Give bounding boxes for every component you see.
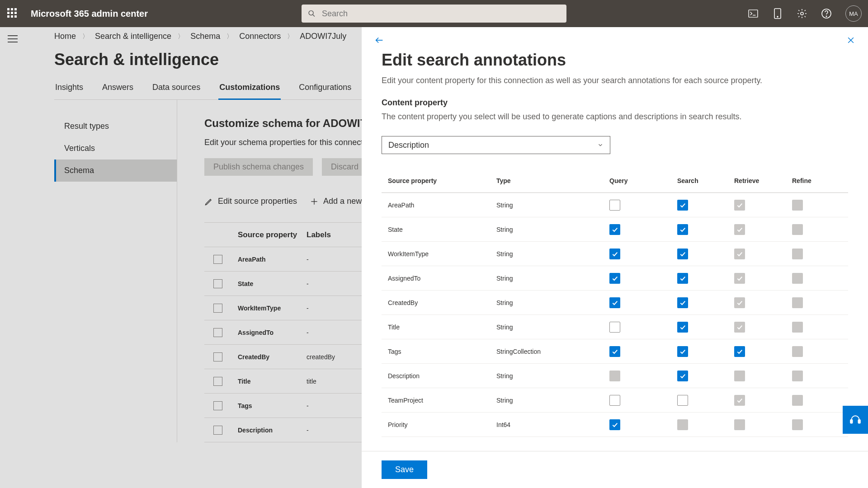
checkbox-query[interactable] [609, 419, 620, 430]
breadcrumb-item[interactable]: Home [54, 32, 76, 41]
checkbox-search[interactable] [677, 273, 688, 284]
save-button[interactable]: Save [382, 460, 427, 479]
add-new-link[interactable]: Add a new [310, 197, 362, 206]
row-checkbox[interactable] [213, 328, 222, 337]
edit-annotations-panel: Edit search annotations Edit your conten… [362, 27, 868, 488]
cell-source-property: WorkItemType [238, 305, 307, 312]
checkbox-search[interactable] [677, 297, 688, 308]
checkbox-search[interactable] [677, 395, 688, 406]
content-property-dropdown[interactable]: Description [382, 136, 610, 154]
row-checkbox[interactable] [213, 255, 222, 264]
checkbox-query[interactable] [609, 322, 620, 333]
checkbox-retrieve[interactable] [734, 346, 745, 357]
chevron-right-icon: 〉 [82, 33, 89, 41]
side-item-schema[interactable]: Schema [54, 160, 177, 182]
chevron-down-icon [597, 142, 604, 148]
breadcrumb-item[interactable]: Search & intelligence [95, 32, 171, 41]
checkbox-refine [792, 419, 803, 430]
table-row: PriorityInt64 [382, 413, 848, 437]
svg-rect-2 [749, 10, 758, 17]
close-icon[interactable] [846, 36, 855, 45]
checkbox-search[interactable] [677, 200, 688, 211]
chevron-right-icon: 〉 [287, 33, 293, 41]
checkbox-refine [792, 224, 803, 235]
row-checkbox[interactable] [213, 377, 222, 386]
breadcrumb-item: ADOWI7July [300, 32, 346, 41]
checkbox-retrieve [734, 200, 745, 211]
svg-point-5 [777, 16, 778, 17]
back-arrow-icon[interactable] [374, 35, 384, 45]
svg-point-6 [801, 12, 803, 15]
nav-toggle-icon[interactable] [8, 35, 18, 42]
cell-source-property: AreaPath [238, 256, 307, 263]
side-item-result-types[interactable]: Result types [54, 115, 177, 137]
discard-button[interactable]: Discard [322, 158, 368, 176]
checkbox-query[interactable] [609, 224, 620, 235]
cell-type: String [496, 275, 609, 282]
cell-source-property: AssignedTo [238, 329, 307, 336]
table-row: TitleString [382, 315, 848, 339]
tab-data-sources[interactable]: Data sources [151, 77, 201, 99]
checkbox-query[interactable] [609, 249, 620, 259]
row-checkbox[interactable] [213, 279, 222, 288]
cell-source: WorkItemType [382, 250, 496, 258]
tab-configurations[interactable]: Configurations [298, 77, 352, 99]
row-checkbox[interactable] [213, 426, 222, 435]
checkbox-search[interactable] [677, 224, 688, 235]
table-row: StateString [382, 217, 848, 242]
table-row: CreatedByString [382, 291, 848, 315]
tab-answers[interactable]: Answers [101, 77, 134, 99]
cell-source: Tags [382, 348, 496, 355]
user-avatar[interactable]: MA [845, 5, 862, 22]
breadcrumb-item[interactable]: Connectors [239, 32, 281, 41]
column-header: Type [496, 177, 609, 184]
mobile-icon[interactable] [772, 8, 783, 19]
checkbox-query[interactable] [609, 395, 620, 406]
checkbox-search[interactable] [677, 346, 688, 357]
checkbox-search[interactable] [677, 371, 688, 381]
cloud-shell-icon[interactable] [748, 8, 759, 19]
checkbox-search[interactable] [677, 322, 688, 333]
row-checkbox[interactable] [213, 401, 222, 410]
app-launcher-icon[interactable] [7, 8, 18, 19]
svg-rect-15 [859, 420, 860, 423]
tab-insights[interactable]: Insights [54, 77, 84, 99]
checkbox-retrieve [734, 297, 745, 308]
checkbox-search[interactable] [677, 249, 688, 259]
row-checkbox[interactable] [213, 352, 222, 361]
cell-type: String [496, 372, 609, 380]
checkbox-query[interactable] [609, 297, 620, 308]
checkbox-retrieve [734, 371, 745, 381]
cell-source: Priority [382, 421, 496, 428]
dropdown-value: Description [388, 141, 429, 150]
checkbox-query[interactable] [609, 346, 620, 357]
svg-point-0 [309, 11, 313, 15]
cell-type: StringCollection [496, 348, 609, 355]
help-fab[interactable] [843, 406, 868, 434]
side-item-verticals[interactable]: Verticals [54, 137, 177, 160]
publish-schema-button[interactable]: Publish schema changes [204, 158, 313, 176]
global-search[interactable] [302, 5, 566, 23]
breadcrumb-item[interactable]: Schema [190, 32, 220, 41]
checkbox-query[interactable] [609, 273, 620, 284]
settings-gear-icon[interactable] [797, 8, 807, 19]
cell-source: TeamProject [382, 397, 496, 404]
cell-source-property: Title [238, 378, 307, 385]
cell-type: String [496, 299, 609, 306]
cell-source-property: Tags [238, 402, 307, 409]
checkbox-query[interactable] [609, 200, 620, 211]
row-checkbox[interactable] [213, 304, 222, 313]
checkbox-retrieve [734, 395, 745, 406]
headset-icon [849, 414, 861, 426]
edit-source-properties-link[interactable]: Edit source properties [204, 197, 297, 206]
search-input[interactable] [321, 9, 560, 19]
column-header: Retrieve [734, 177, 792, 184]
table-row: AreaPathString [382, 193, 848, 217]
cell-type: String [496, 226, 609, 233]
table-row: WorkItemTypeString [382, 242, 848, 266]
tab-customizations[interactable]: Customizations [218, 77, 281, 100]
search-icon [308, 9, 316, 18]
column-header: Search [677, 177, 734, 184]
cell-source: AssignedTo [382, 275, 496, 282]
help-icon[interactable] [821, 8, 832, 19]
